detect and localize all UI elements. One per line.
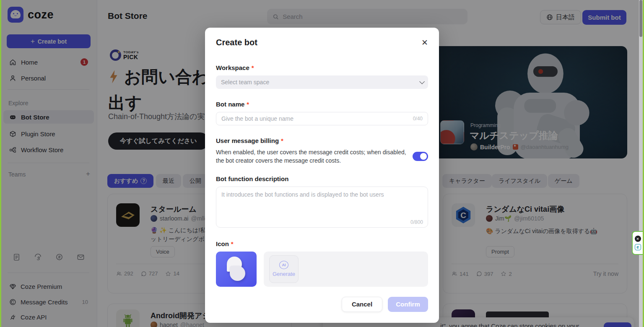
bot-name-label: Bot name*: [216, 101, 428, 108]
extension-close-icon[interactable]: ✕: [635, 236, 641, 242]
function-description-textarea[interactable]: [216, 187, 428, 228]
close-icon[interactable]: ✕: [421, 39, 428, 47]
create-bot-modal: Create bot ✕ Workspace* Select team spac…: [205, 28, 439, 323]
billing-toggle[interactable]: [413, 152, 428, 161]
ai-generate-icon: AI: [279, 261, 288, 269]
extension-e-icon[interactable]: e: [635, 244, 641, 250]
bot-icon-shape: [230, 266, 245, 281]
required-asterisk: *: [231, 240, 234, 247]
billing-label: User message billing*: [216, 137, 428, 144]
billing-description: When enabled, the user covers the messag…: [216, 148, 408, 165]
function-description-label: Bot function description: [216, 175, 428, 182]
workspace-select[interactable]: Select team space: [216, 75, 428, 89]
required-asterisk: *: [252, 64, 254, 71]
modal-title: Create bot: [216, 38, 257, 47]
confirm-button[interactable]: Confirm: [388, 297, 428, 312]
generate-icon-button[interactable]: AI Generate: [269, 255, 299, 283]
chevron-down-icon: [419, 79, 425, 84]
required-asterisk: *: [281, 137, 283, 144]
bot-name-counter: 0/40: [413, 116, 423, 122]
description-counter: 0/800: [410, 219, 423, 225]
bot-name-input[interactable]: [221, 115, 410, 122]
icon-generate-panel: AI Generate: [264, 252, 428, 287]
scrollbar-thumb[interactable]: [639, 0, 642, 37]
icon-label: Icon*: [216, 240, 428, 247]
generate-label: Generate: [273, 271, 295, 277]
workspace-label: Workspace*: [216, 64, 428, 71]
workspace-select-placeholder: Select team space: [221, 79, 269, 86]
scrollbar-track[interactable]: [639, 0, 643, 327]
browser-extension-widget: ✕ e: [632, 231, 643, 255]
screen-edge-left: [0, 0, 1, 327]
cancel-button[interactable]: Cancel: [342, 297, 382, 312]
required-asterisk: *: [247, 101, 249, 108]
bot-icon-preview[interactable]: [216, 252, 257, 287]
screen: coze + Create bot Home 1 Personal Explor…: [0, 0, 644, 327]
